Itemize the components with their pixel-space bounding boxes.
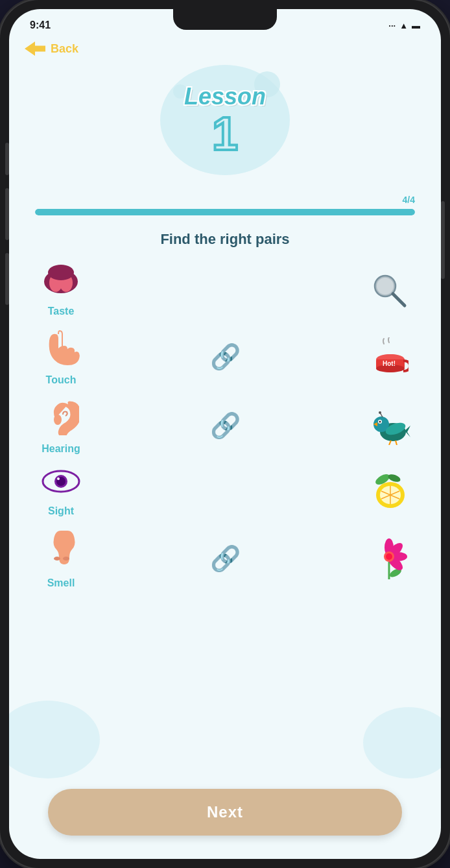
sight-label: Sight (48, 505, 74, 517)
sense-hearing[interactable]: Hearing (29, 396, 93, 455)
svg-point-3 (48, 265, 74, 280)
status-icons: ··· ▲ ▬ (388, 21, 420, 30)
phone-shell: 9:41 ··· ▲ ▬ Back Lesson 1 (0, 0, 450, 868)
progress-label: 4/4 (35, 195, 415, 205)
svg-point-22 (379, 411, 381, 414)
progress-bar-fill (35, 209, 415, 215)
back-button[interactable]: Back (9, 36, 441, 58)
signal-icon: ··· (388, 21, 396, 30)
pair-row-touch: Touch 🔗 (22, 324, 428, 390)
svg-text:Hot!: Hot! (383, 360, 396, 367)
power-button (441, 201, 445, 279)
smell-label: Smell (47, 577, 75, 589)
bubble-right (363, 707, 441, 778)
next-button[interactable]: Next (48, 789, 402, 836)
bottom-decoration (9, 727, 441, 778)
magnifier-icon[interactable] (357, 271, 421, 309)
chain-smell[interactable]: 🔗 (210, 544, 241, 573)
instruction-text: Find the right pairs (9, 226, 441, 258)
sense-taste[interactable]: Taste (29, 262, 93, 317)
notch (173, 9, 277, 30)
svg-point-43 (386, 553, 392, 560)
sense-touch[interactable]: Touch (29, 328, 93, 386)
svg-line-6 (393, 294, 405, 306)
svg-point-18 (379, 421, 381, 423)
progress-section: 4/4 (9, 195, 441, 226)
sense-smell[interactable]: Smell (29, 527, 93, 589)
lemon-icon[interactable] (357, 472, 421, 511)
sense-sight[interactable]: Sight (29, 465, 93, 517)
wifi-icon: ▲ (399, 21, 408, 30)
next-button-container: Next (9, 778, 441, 859)
svg-line-19 (389, 440, 391, 445)
flower-icon[interactable] (357, 537, 421, 579)
svg-point-28 (387, 473, 401, 483)
svg-point-5 (377, 278, 394, 295)
hearing-label: Hearing (41, 443, 80, 455)
sight-icon (41, 465, 80, 503)
progress-bar (35, 209, 415, 215)
battery-icon: ▬ (412, 21, 420, 30)
touch-icon (41, 328, 80, 372)
screen-content: 9:41 ··· ▲ ▬ Back Lesson 1 (9, 9, 441, 859)
lesson-title: Lesson (184, 83, 266, 110)
pair-row-hearing: Hearing 🔗 (22, 392, 428, 459)
svg-point-26 (57, 477, 60, 480)
status-time: 9:41 (30, 19, 51, 31)
lesson-number: 1 (212, 110, 238, 157)
chain-touch[interactable]: 🔗 (210, 343, 241, 371)
pairs-container: Taste 🔗 (9, 258, 441, 593)
bubble-left (9, 701, 100, 778)
phone-screen: 9:41 ··· ▲ ▬ Back Lesson 1 (9, 9, 441, 859)
pair-row-sight: Sight 🔗 (22, 461, 428, 521)
svg-point-12 (54, 415, 62, 425)
smell-icon (43, 527, 79, 575)
chain-hearing[interactable]: 🔗 (210, 411, 241, 440)
taste-label: Taste (48, 306, 75, 317)
pair-row-taste: Taste 🔗 (22, 258, 428, 321)
pair-row-smell: Smell 🔗 (22, 524, 428, 593)
svg-point-35 (63, 557, 69, 561)
hot-cup-icon[interactable]: Hot! (357, 337, 421, 376)
svg-point-34 (54, 557, 60, 561)
back-label: Back (51, 42, 78, 56)
lesson-header: Lesson 1 (9, 58, 441, 195)
lesson-bubble: Lesson 1 (160, 65, 290, 175)
touch-label: Touch (46, 374, 77, 386)
hearing-icon (43, 396, 79, 440)
taste-icon (41, 262, 80, 303)
svg-line-20 (396, 440, 397, 445)
bird-icon[interactable] (357, 406, 421, 445)
back-arrow-icon (25, 42, 45, 56)
